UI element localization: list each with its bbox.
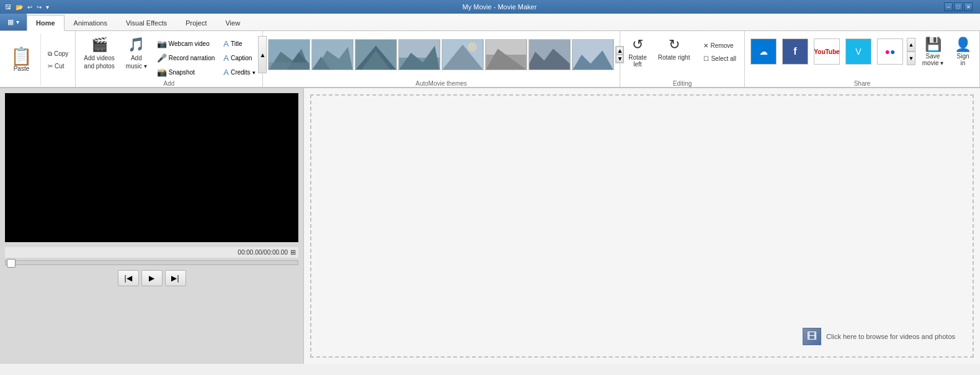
- onedrive-button[interactable]: ☁: [749, 37, 778, 66]
- credits-dropdown-icon: ▾: [252, 70, 256, 76]
- save-movie-label: Savemovie ▾: [922, 53, 943, 66]
- time-code: 00:00.00/00:00.00: [238, 249, 288, 256]
- redo-button[interactable]: ↪: [35, 3, 43, 11]
- editing-label: Editing: [624, 79, 741, 87]
- tab-animations[interactable]: Animations: [65, 15, 117, 30]
- add-main-buttons: 🎬 Add videosand photos 🎵 Addmusic ▾ 📷 We…: [79, 34, 258, 79]
- editing-secondary: ✕ Remove ☐ Select all: [699, 34, 741, 71]
- add-videos-photos-button[interactable]: 🎬 Add videosand photos: [79, 34, 119, 79]
- caption-label: Caption: [231, 55, 252, 61]
- clipboard-group: 📋 Paste ⧉ Copy ✂ Cut: [0, 31, 76, 87]
- title-bar: 🖫 📂 ↩ ↪ ▾ My Movie - Movie Maker ─ □ ✕: [0, 0, 980, 14]
- add-music-button[interactable]: 🎵 Addmusic ▾: [122, 34, 151, 79]
- window-title: My Movie - Movie Maker: [55, 3, 944, 11]
- share-group: ☁ f YouTube V ●● ▲ ▼: [745, 31, 980, 87]
- add-videos-icon: 🎬: [91, 37, 108, 53]
- select-all-button[interactable]: ☐ Select all: [699, 53, 741, 64]
- copy-button[interactable]: ⧉ Copy: [43, 48, 73, 60]
- facebook-icon: f: [782, 38, 808, 65]
- time-display: 00:00.00/00:00.00 ⊞: [5, 247, 298, 258]
- title-icon: A: [223, 39, 229, 48]
- credits-button[interactable]: A Credits ▾: [220, 66, 258, 79]
- video-preview: [5, 93, 298, 242]
- tab-project[interactable]: Project: [176, 15, 216, 30]
- vimeo-button[interactable]: V: [844, 37, 873, 66]
- tab-visual-effects[interactable]: Visual Effects: [117, 15, 176, 30]
- theme-item[interactable]: [442, 39, 484, 70]
- preview-panel: 00:00.00/00:00.00 ⊞ |◀ ▶ ▶|: [0, 88, 304, 364]
- close-button[interactable]: ✕: [964, 2, 973, 11]
- quick-access-dropdown[interactable]: ▾: [45, 3, 50, 11]
- svg-rect-3: [269, 62, 310, 70]
- sign-in-icon: 👤: [955, 37, 971, 53]
- cut-button[interactable]: ✂ Cut: [43, 61, 73, 71]
- undo-button[interactable]: ↩: [26, 3, 33, 11]
- copy-label: Copy: [54, 50, 68, 57]
- theme-item[interactable]: [268, 39, 310, 70]
- theme-item[interactable]: [355, 39, 397, 70]
- record-narration-label: Record narration: [169, 55, 215, 61]
- main-area: 00:00.00/00:00.00 ⊞ |◀ ▶ ▶| 🎞 Click here…: [0, 88, 980, 364]
- theme-item[interactable]: [311, 39, 354, 70]
- select-all-icon: ☐: [703, 55, 709, 62]
- storyboard-panel[interactable]: 🎞 Click here to browse for videos and ph…: [304, 88, 980, 364]
- share-scroll-down[interactable]: ▼: [907, 52, 915, 65]
- storyboard-drop-area: [310, 94, 974, 358]
- theme-item[interactable]: [572, 39, 614, 70]
- browse-icon: 🎞: [803, 328, 821, 345]
- themes-scroll-up[interactable]: ▲: [258, 36, 267, 73]
- paste-section: 📋 Paste: [2, 34, 41, 86]
- file-button[interactable]: ▦ ▾: [0, 14, 27, 30]
- file-label: ▾: [16, 19, 19, 25]
- caption-button[interactable]: A Caption: [220, 52, 258, 65]
- tab-home[interactable]: Home: [27, 15, 65, 31]
- webcam-video-button[interactable]: 📷 Webcam video: [154, 37, 218, 50]
- caption-icon: A: [223, 53, 229, 63]
- rotate-buttons: ↺ Rotateleft ↻ Rotate right: [624, 34, 694, 71]
- browse-hint-text: Click here to browse for videos and phot…: [826, 333, 955, 340]
- maximize-button[interactable]: □: [954, 2, 963, 11]
- cut-icon: ✂: [48, 63, 53, 70]
- save-movie-button[interactable]: 💾 Savemovie ▾: [917, 34, 948, 70]
- new-button[interactable]: 🖫: [4, 3, 12, 11]
- minimize-button[interactable]: ─: [944, 2, 953, 11]
- add-music-icon: 🎵: [128, 37, 145, 53]
- paste-button[interactable]: 📋 Paste: [6, 45, 37, 75]
- title-button[interactable]: A Title: [220, 37, 258, 50]
- tab-view[interactable]: View: [216, 15, 249, 30]
- theme-item[interactable]: [528, 39, 571, 70]
- record-narration-button[interactable]: 🎤 Record narration: [154, 52, 218, 65]
- flickr-button[interactable]: ●●: [875, 37, 905, 66]
- editing-buttons: ↺ Rotateleft ↻ Rotate right ✕ Remove ☐: [624, 34, 741, 71]
- browse-hint[interactable]: 🎞 Click here to browse for videos and ph…: [803, 328, 955, 345]
- webcam-icon: 📷: [157, 39, 167, 48]
- film-icon: 🎞: [807, 331, 817, 342]
- credits-label: Credits: [231, 69, 251, 76]
- remove-label: Remove: [710, 42, 733, 49]
- theme-item[interactable]: [485, 39, 527, 70]
- automovie-group: ▲: [263, 31, 621, 87]
- ribbon: ▦ ▾ Home Animations Visual Effects Proje…: [0, 14, 980, 88]
- rotate-right-label: Rotate right: [658, 54, 690, 61]
- snapshot-button[interactable]: 📸 Snapshot: [154, 66, 218, 79]
- automovie-label: AutoMovie themes: [265, 79, 618, 87]
- select-all-label: Select all: [711, 55, 736, 62]
- youtube-button[interactable]: YouTube: [812, 37, 842, 66]
- remove-button[interactable]: ✕ Remove: [699, 40, 741, 51]
- rotate-left-button[interactable]: ↺ Rotateleft: [624, 34, 651, 71]
- add-group-label: Add: [79, 79, 258, 87]
- share-scroll-up[interactable]: ▲: [907, 38, 915, 52]
- next-frame-button[interactable]: ▶|: [165, 270, 186, 286]
- onedrive-icon: ☁: [751, 38, 777, 65]
- open-button[interactable]: 📂: [14, 3, 24, 11]
- sign-in-button[interactable]: 👤 Signin: [950, 34, 976, 70]
- facebook-button[interactable]: f: [780, 37, 810, 66]
- youtube-icon: YouTube: [814, 38, 840, 65]
- expand-preview-button[interactable]: ⊞: [290, 248, 296, 256]
- prev-frame-button[interactable]: |◀: [118, 270, 139, 286]
- rotate-right-button[interactable]: ↻ Rotate right: [654, 34, 695, 71]
- play-pause-button[interactable]: ▶: [141, 270, 163, 286]
- timeline-scrubber[interactable]: [5, 260, 298, 265]
- timeline-thumb[interactable]: [7, 259, 16, 268]
- theme-item[interactable]: [398, 39, 440, 70]
